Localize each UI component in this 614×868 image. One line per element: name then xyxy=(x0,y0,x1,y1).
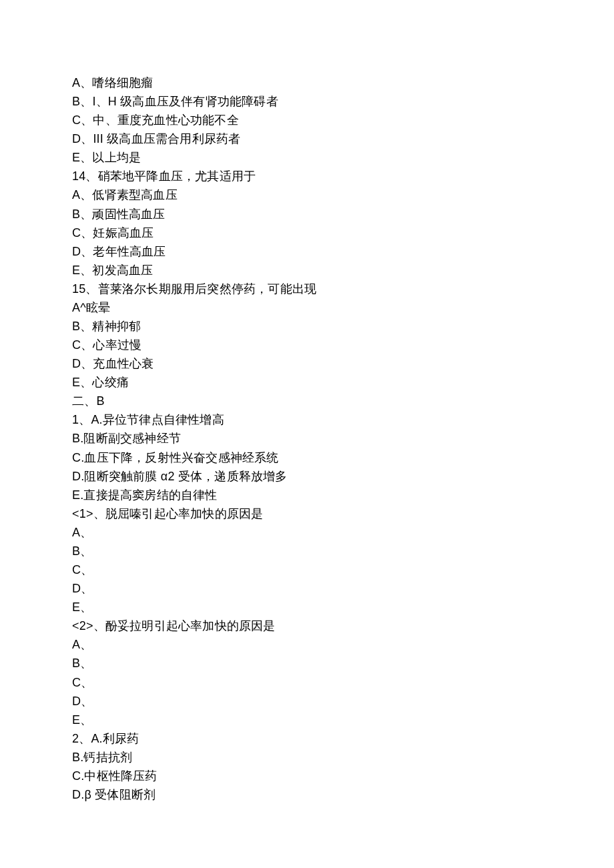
b-q2-stem-a: 2、A.利尿药 xyxy=(72,729,614,748)
b-q2-stem-b: B.钙拮抗剂 xyxy=(72,748,614,767)
b-q1-stem-b: B.阻断副交感神经节 xyxy=(72,429,614,448)
b-q1-sub1-d: D、 xyxy=(72,579,614,598)
option-b-q15: B、精神抑郁 xyxy=(72,317,614,336)
option-a-q14: A、低肾素型高血压 xyxy=(72,185,614,204)
option-b-q14: B、顽固性高血压 xyxy=(72,205,614,224)
b-q2-stem-d: D.β 受体阻断剂 xyxy=(72,785,614,804)
option-e-q15: E、心绞痛 xyxy=(72,373,614,392)
option-b-q13: B、I、H 级高血压及伴有肾功能障碍者 xyxy=(72,92,614,111)
b-q2-stem-c: C.中枢性降压药 xyxy=(72,767,614,785)
option-a-q13: A、嗜络细胞瘤 xyxy=(72,73,614,92)
b-q1-sub1-e: E、 xyxy=(72,598,614,616)
b-q1-sub2-d: D、 xyxy=(72,692,614,711)
b-q1-stem-e: E.直接提高窦房结的自律性 xyxy=(72,486,614,504)
b-q1-stem-c: C.血压下降，反射性兴奋交感神经系统 xyxy=(72,448,614,467)
section-b-heading: 二、B xyxy=(72,392,614,410)
question-14: 14、硝苯地平降血压，尤其适用于 xyxy=(72,167,614,185)
b-q1-sub2-c: C、 xyxy=(72,673,614,692)
b-q1-sub1-a: A、 xyxy=(72,523,614,542)
option-c-q14: C、妊娠高血压 xyxy=(72,224,614,242)
b-q1-sub1-c: C、 xyxy=(72,560,614,579)
b-q1-sub2-b: B、 xyxy=(72,654,614,673)
option-d-q14: D、老年性高血压 xyxy=(72,242,614,261)
option-d-q13: D、III 级高血压需合用利尿药者 xyxy=(72,129,614,148)
option-d-q15: D、充血性心衰 xyxy=(72,354,614,373)
question-15: 15、普莱洛尔长期服用后突然停药，可能出现 xyxy=(72,280,614,298)
b-q1-stem-d: D.阻断突触前膜 α2 受体，递质释放增多 xyxy=(72,467,614,486)
option-e-q13: E、以上均是 xyxy=(72,148,614,167)
b-q1-sub2: <2>、酚妥拉明引起心率加快的原因是 xyxy=(72,616,614,635)
option-c-q13: C、中、重度充血性心功能不全 xyxy=(72,111,614,129)
option-e-q14: E、初发高血压 xyxy=(72,261,614,280)
b-q1-sub1-b: B、 xyxy=(72,542,614,560)
option-a-q15: A^眩晕 xyxy=(72,298,614,317)
b-q1-sub2-a: A、 xyxy=(72,635,614,654)
option-c-q15: C、心率过慢 xyxy=(72,336,614,354)
b-q1-stem-a: 1、A.异位节律点自律性增高 xyxy=(72,410,614,429)
b-q1-sub2-e: E、 xyxy=(72,711,614,729)
b-q1-sub1: <1>、脱屈嗪引起心率加快的原因是 xyxy=(72,504,614,523)
